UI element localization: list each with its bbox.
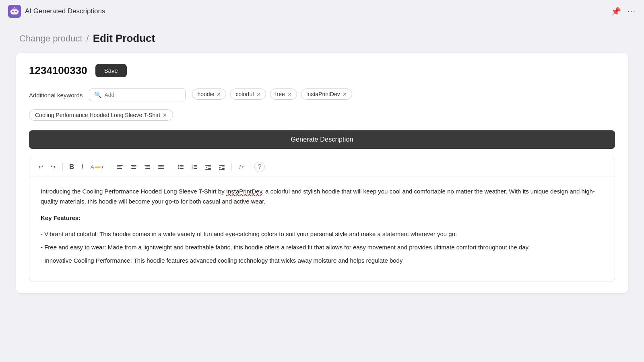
indent-increase-icon [219, 164, 225, 170]
svg-rect-35 [208, 168, 211, 169]
svg-rect-39 [222, 167, 225, 167]
search-icon: 🔍 [94, 91, 102, 99]
topbar: AI Generated Descriptions 📌 ··· [0, 0, 644, 23]
numbered-list-button[interactable]: 1.2.3. [189, 162, 200, 172]
keywords-input-wrap[interactable]: 🔍 [89, 88, 186, 101]
svg-rect-18 [158, 167, 164, 167]
align-left-button[interactable] [114, 162, 126, 172]
keywords-input[interactable] [104, 92, 180, 98]
svg-rect-13 [131, 168, 136, 169]
svg-rect-5 [14, 8, 15, 9]
redo-button[interactable]: ↪ [48, 162, 58, 172]
keywords-label: Additional keywords [29, 88, 83, 99]
pin-icon[interactable]: 📌 [611, 6, 621, 16]
tag-label: colorful [235, 91, 254, 97]
breadcrumb-separator: / [87, 33, 89, 44]
justify-button[interactable] [155, 162, 167, 172]
svg-rect-9 [117, 167, 121, 167]
separator-2 [110, 163, 110, 171]
indent-decrease-button[interactable] [202, 162, 214, 172]
feature-item-1: - Vibrant and colorful: This hoodie come… [41, 229, 603, 239]
svg-rect-6 [10, 10, 11, 12]
svg-rect-27 [194, 165, 197, 166]
svg-point-22 [178, 167, 179, 168]
editor-toolbar: ↩ ↪ B I A ▾ [29, 157, 615, 177]
svg-point-24 [178, 168, 179, 169]
keywords-row: Additional keywords 🔍 hoodie ✕ colorful … [29, 88, 615, 101]
tag-long-remove[interactable]: ✕ [163, 113, 167, 118]
justify-icon [158, 164, 164, 170]
save-button[interactable]: Save [95, 64, 127, 77]
svg-rect-37 [219, 165, 225, 166]
tag-hoodie: hoodie ✕ [192, 88, 226, 100]
highlight-icon: A [91, 164, 94, 170]
tag-remove[interactable]: ✕ [217, 92, 221, 97]
help-button[interactable]: ? [254, 162, 265, 172]
svg-rect-41 [219, 169, 225, 170]
svg-rect-12 [132, 167, 136, 167]
more-icon[interactable]: ··· [627, 7, 636, 16]
tags-group: hoodie ✕ colorful ✕ free ✕ InstaPrintDev… [192, 88, 352, 100]
highlight-chevron-icon: ▾ [101, 165, 103, 169]
align-center-icon [130, 164, 137, 170]
svg-point-3 [15, 11, 17, 12]
svg-rect-11 [131, 165, 136, 166]
editor-content[interactable]: Introducing the Cooling Performance Hood… [29, 177, 615, 282]
svg-rect-15 [146, 167, 150, 167]
undo-button[interactable]: ↩ [36, 162, 46, 172]
bold-button[interactable]: B [67, 161, 76, 173]
tag-label: InstaPrintDev [306, 91, 340, 97]
editor-container: ↩ ↪ B I A ▾ [29, 157, 615, 282]
bullet-list-button[interactable] [175, 162, 186, 172]
svg-rect-23 [180, 167, 184, 167]
align-right-button[interactable] [142, 162, 153, 172]
svg-rect-32 [205, 165, 211, 166]
generate-description-button[interactable]: Generate Description [29, 130, 615, 149]
indent-decrease-icon [205, 164, 211, 170]
key-features-label: Key Features: [41, 213, 603, 223]
feature-item-3: - Innovative Cooling Performance: This h… [41, 256, 603, 266]
italic-button[interactable]: I [79, 162, 85, 172]
breadcrumb: Change product / Edit Product [0, 23, 644, 53]
tag-remove[interactable]: ✕ [256, 92, 261, 97]
breadcrumb-current: Edit Product [93, 32, 155, 45]
tag-long-label: Cooling Performance Hooded Long Sleeve T… [35, 112, 160, 118]
tag-instaprintdev: InstaPrintDev ✕ [301, 88, 352, 100]
svg-rect-17 [158, 165, 164, 166]
tag-free: free ✕ [270, 88, 297, 100]
clear-format-button[interactable]: Tx [236, 162, 246, 172]
svg-rect-25 [180, 168, 184, 169]
indent-increase-button[interactable] [216, 162, 227, 172]
tag-remove[interactable]: ✕ [343, 92, 347, 97]
numbered-list-icon: 1.2.3. [191, 164, 198, 170]
svg-rect-31 [194, 168, 197, 169]
tag-colorful: colorful ✕ [230, 88, 266, 100]
svg-rect-29 [194, 167, 197, 167]
svg-rect-40 [222, 168, 225, 169]
bullet-list-icon [178, 164, 184, 170]
svg-rect-14 [144, 165, 150, 166]
product-header: 1234100330 Save [29, 64, 615, 77]
svg-rect-19 [158, 168, 164, 169]
tag-long-product: Cooling Performance Hooded Long Sleeve T… [29, 109, 173, 121]
svg-rect-8 [117, 165, 123, 166]
tag-label: free [275, 91, 285, 97]
tags-second-row: Cooling Performance Hooded Long Sleeve T… [29, 109, 615, 121]
separator-1 [62, 163, 63, 171]
topbar-left: AI Generated Descriptions [8, 5, 105, 18]
tag-remove[interactable]: ✕ [287, 92, 292, 97]
topbar-right: 📌 ··· [611, 6, 636, 16]
intro-paragraph: Introducing the Cooling Performance Hood… [41, 187, 603, 207]
feature-item-2: - Free and easy to wear: Made from a lig… [41, 243, 603, 253]
svg-rect-16 [145, 168, 150, 169]
svg-marker-38 [219, 167, 221, 169]
highlight-color-bar [95, 167, 101, 168]
svg-rect-36 [205, 169, 211, 170]
main-card: 1234100330 Save Additional keywords 🔍 ho… [16, 53, 628, 293]
highlight-button[interactable]: A ▾ [88, 162, 106, 172]
align-center-button[interactable] [128, 162, 139, 172]
tag-label: hoodie [197, 91, 214, 97]
separator-3 [171, 163, 171, 171]
separator-5 [250, 163, 250, 171]
breadcrumb-link[interactable]: Change product [19, 33, 83, 44]
